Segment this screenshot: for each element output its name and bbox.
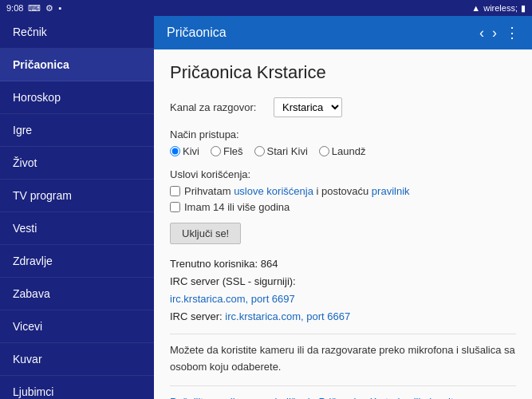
- note-text: Možete da koristite kameru ili da razgov…: [170, 342, 516, 376]
- access-radio-group: Kivi Fleš Stari Kivi Laundž: [170, 145, 516, 157]
- sidebar-item-igre[interactable]: Igre: [0, 114, 154, 147]
- terms-section: Uslovi korišćenja: Prihvatam uslove kori…: [170, 168, 516, 213]
- info-section: Trenutno korisnika: 864 IRC server (SSL …: [170, 255, 516, 326]
- divider2: [170, 385, 516, 386]
- top-bar: Pričaonica ‹ › ⋮: [154, 16, 532, 49]
- info-users-count: 864: [261, 258, 278, 270]
- terms-checkbox2-row: Imam 14 ili više godina: [170, 201, 516, 213]
- info-irc-ssl-label: IRC server (SSL - sigurniji):: [170, 275, 296, 287]
- signal-icon: ▲: [471, 3, 480, 13]
- status-left: 9:08 ⌨ ⚙ ▪: [6, 3, 61, 14]
- info-users-row: Trenutno korisnika: 864: [170, 255, 516, 273]
- battery-status-icon: ▪: [58, 3, 61, 13]
- nav-next-button[interactable]: ›: [492, 25, 497, 41]
- sidebar-item-tv-program[interactable]: TV program: [0, 180, 154, 212]
- top-bar-title: Pričaonica: [167, 26, 227, 40]
- terms-checkbox1-row: Prihvatam uslove korišćenja i postovaću …: [170, 185, 516, 197]
- sidebar-item-zdravlje[interactable]: Zdravlje: [0, 245, 154, 278]
- page-title: Pričaonica Krstarice: [170, 62, 516, 83]
- join-button[interactable]: Uključi se!: [170, 223, 241, 244]
- sidebar-item-vesti[interactable]: Vesti: [0, 212, 154, 245]
- battery-full-icon: ▮: [521, 3, 526, 14]
- more-menu-button[interactable]: ⋮: [505, 24, 519, 41]
- sidebar-item-horoskop[interactable]: Horoskop: [0, 81, 154, 114]
- divider1: [170, 334, 516, 334]
- terms-text1: Prihvatam uslove korišćenja i postovaću …: [184, 185, 410, 197]
- terms-label: Uslovi korišćenja:: [170, 168, 516, 180]
- suggestion-link[interactable]: Pošaljite predlog za poboljšanje Pričaon…: [170, 396, 473, 399]
- radio-kivi[interactable]: Kivi: [170, 145, 199, 157]
- radio-laundz[interactable]: Laundž: [319, 145, 366, 157]
- info-irc-row: IRC server: irc.krstarica.com, port 6667: [170, 308, 516, 326]
- wifi-signal-icon: wireless;: [483, 3, 518, 13]
- irc-ssl-link[interactable]: irc.krstarica.com, port 6697: [170, 293, 295, 305]
- radio-fles-label: Fleš: [223, 145, 243, 157]
- sidebar-item-kuvar[interactable]: Kuvar: [0, 343, 154, 376]
- radio-laundz-label: Laundž: [332, 145, 366, 157]
- terms-link1[interactable]: uslove korišćenja: [234, 185, 313, 197]
- sidebar: RečnikPričaonicaHoroskopIgreŽivotTV prog…: [0, 16, 154, 399]
- channel-select[interactable]: Krstarica: [274, 97, 342, 117]
- terms-link2[interactable]: pravilnik: [372, 185, 410, 197]
- nav-prev-button[interactable]: ‹: [479, 25, 484, 41]
- terms-checkbox1[interactable]: [170, 186, 180, 196]
- radio-fles-input[interactable]: [211, 146, 221, 156]
- channel-label: Kanal za razgovor:: [170, 101, 274, 113]
- sidebar-item-zabava[interactable]: Zabava: [0, 278, 154, 310]
- radio-kivi-label: Kivi: [183, 145, 199, 157]
- terms-checkbox2[interactable]: [170, 202, 180, 212]
- time-display: 9:08: [6, 3, 23, 13]
- channel-row: Kanal za razgovor: Krstarica: [170, 97, 516, 117]
- sidebar-item-vicevi[interactable]: Vicevi: [0, 310, 154, 343]
- radio-stari-kivi-label: Stari Kivi: [267, 145, 308, 157]
- top-bar-icons: ‹ › ⋮: [479, 24, 519, 41]
- info-users-prefix: Trenutno korisnika:: [170, 258, 261, 270]
- info-irc-ssl-row: IRC server (SSL - sigurniji):: [170, 273, 516, 290]
- sidebar-item-život[interactable]: Život: [0, 147, 154, 180]
- radio-stari-kivi-input[interactable]: [254, 146, 265, 156]
- radio-laundz-input[interactable]: [319, 146, 329, 156]
- settings-icon: ⚙: [45, 3, 53, 14]
- sidebar-item-rečnik[interactable]: Rečnik: [0, 16, 154, 49]
- irc-link[interactable]: irc.krstarica.com, port 6667: [225, 310, 350, 322]
- wifi-icon: ⌨: [28, 3, 41, 14]
- radio-stari-kivi[interactable]: Stari Kivi: [254, 145, 308, 157]
- content-area: Pričaonica Krstarice Kanal za razgovor: …: [154, 49, 532, 399]
- radio-fles[interactable]: Fleš: [211, 145, 243, 157]
- sidebar-item-pričaonica[interactable]: Pričaonica: [0, 49, 154, 81]
- access-label: Način pristupa:: [170, 128, 516, 140]
- sidebar-item-ljubimci[interactable]: Ljubimci: [0, 376, 154, 399]
- radio-kivi-input[interactable]: [170, 146, 180, 156]
- terms-text2: Imam 14 ili više godina: [184, 201, 290, 213]
- main-container: RečnikPričaonicaHoroskopIgreŽivotTV prog…: [0, 16, 532, 399]
- info-irc-ssl-link-row: irc.krstarica.com, port 6697: [170, 290, 516, 308]
- status-bar: 9:08 ⌨ ⚙ ▪ ▲ wireless; ▮: [0, 0, 532, 16]
- info-irc-label: IRC server:: [170, 310, 225, 322]
- status-right: ▲ wireless; ▮: [471, 3, 526, 14]
